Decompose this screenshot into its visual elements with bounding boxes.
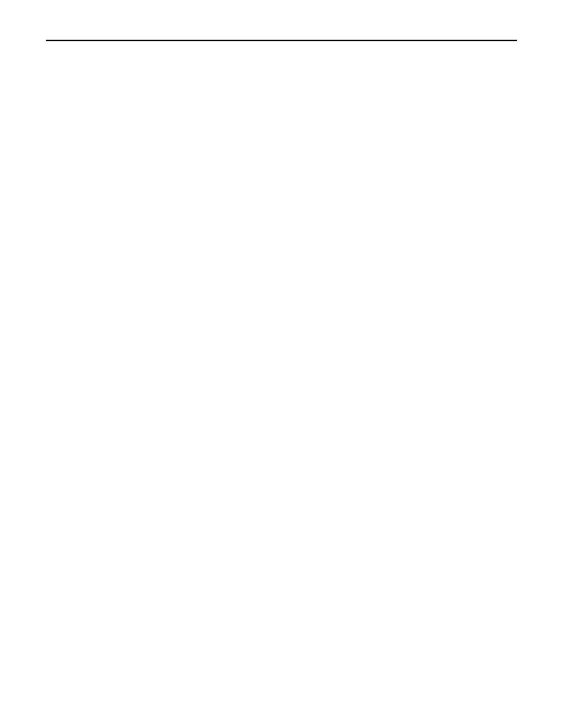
page-top-divider — [46, 40, 517, 41]
